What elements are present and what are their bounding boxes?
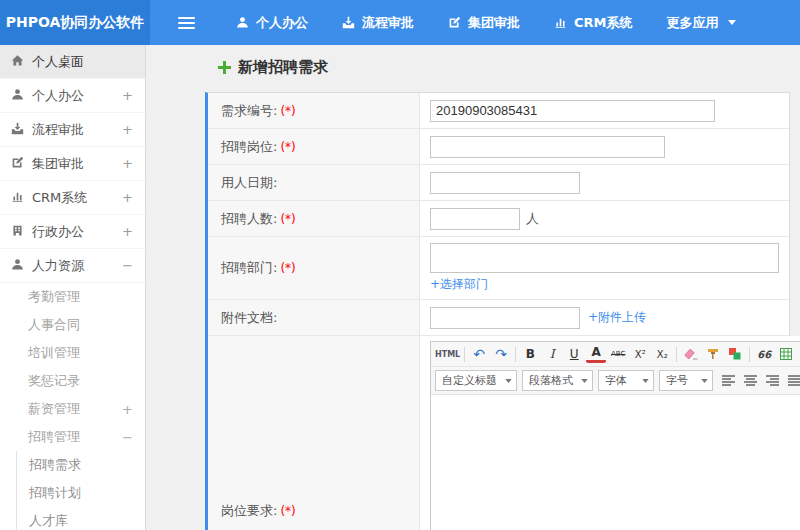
sidebar-subitem-label: 薪资管理 — [28, 400, 80, 418]
bar-chart-icon — [554, 16, 567, 29]
collapse-toggle[interactable]: − — [122, 258, 133, 273]
superscript-button[interactable]: X² — [630, 344, 650, 364]
italic-button[interactable]: I — [542, 344, 562, 364]
insert-table-button[interactable] — [776, 344, 796, 364]
custom-heading-dropdown[interactable]: 自定义标题 — [435, 370, 517, 391]
nav-label: 流程审批 — [362, 14, 414, 32]
expand-toggle[interactable]: + — [122, 402, 133, 417]
nav-more-apps[interactable]: 更多应用 — [650, 0, 753, 45]
headcount-input[interactable] — [430, 208, 520, 230]
align-justify-button[interactable] — [784, 371, 800, 391]
home-icon — [11, 54, 24, 70]
blockquote-button[interactable]: 66 — [754, 344, 774, 364]
redo-button[interactable]: ↷ — [491, 344, 511, 364]
bar-chart-icon — [11, 190, 24, 206]
topbar: PHPOA协同办公软件 个人办公 流程审批 集团审批 CRM系统 更多应用 — [0, 0, 800, 45]
required-mark: (*) — [280, 212, 295, 226]
sidebar-subitem-rewards[interactable]: 奖惩记录 — [0, 367, 145, 395]
underline-button[interactable]: U — [564, 344, 584, 364]
sidebar-item-human-resources[interactable]: 人力资源 − — [0, 249, 145, 283]
sidebar: 个人桌面 个人办公 + 流程审批 + 集团审批 + CRM系统 + 行政办公 + — [0, 45, 146, 530]
nav-crm-system[interactable]: CRM系统 — [537, 0, 650, 45]
sidebar-item-process-approval[interactable]: 流程审批 + — [0, 113, 145, 147]
form-row-headcount: 招聘人数: (*) 人 — [208, 201, 789, 237]
demand-no-input[interactable] — [430, 100, 715, 122]
collapse-toggle[interactable]: − — [122, 430, 133, 445]
sidebar-subitem-talent-pool[interactable]: 人才库 — [17, 507, 145, 530]
sidebar-subitem-recruit-demand[interactable]: 招聘需求 — [17, 451, 145, 479]
required-mark: (*) — [280, 261, 295, 275]
form-row-hire-date: 用人日期: — [208, 165, 789, 201]
toolbar-separator — [515, 347, 516, 362]
select-department-link[interactable]: +选择部门 — [430, 276, 488, 293]
sidebar-item-label: 集团审批 — [32, 155, 84, 173]
align-center-button[interactable] — [740, 371, 760, 391]
hr-submenu: 考勤管理 人事合同 培训管理 奖惩记录 薪资管理 + 招聘管理 − 招聘需求 — [0, 283, 145, 530]
sidebar-item-crm-system[interactable]: CRM系统 + — [0, 181, 145, 215]
sidebar-subitem-label: 考勤管理 — [28, 288, 80, 306]
editor-content-area[interactable] — [431, 395, 800, 530]
align-right-button[interactable] — [762, 371, 782, 391]
editor-toolbar-row1: HTML ↶ ↷ B I U A ABC X² X₂ — [431, 342, 800, 367]
process-tray-icon — [342, 16, 355, 29]
font-color-button[interactable]: A — [586, 345, 606, 363]
label-text: 附件文档: — [221, 309, 277, 327]
department-textarea[interactable] — [430, 243, 779, 273]
nav-process-approval[interactable]: 流程审批 — [325, 0, 431, 45]
label-text: 岗位要求: — [221, 502, 277, 520]
font-size-dropdown[interactable]: 字号 — [659, 370, 713, 391]
sidebar-subitem-recruitment[interactable]: 招聘管理 − — [0, 423, 145, 451]
sidebar-item-admin-office[interactable]: 行政办公 + — [0, 215, 145, 249]
nav-group-approval[interactable]: 集团审批 — [431, 0, 537, 45]
dropdown-label: 自定义标题 — [442, 373, 497, 388]
align-left-button[interactable] — [718, 371, 738, 391]
format-painter-button[interactable] — [703, 344, 723, 364]
sidebar-subitem-attendance[interactable]: 考勤管理 — [0, 283, 145, 311]
remove-format-eraser-button[interactable] — [681, 344, 701, 364]
expand-toggle[interactable]: + — [122, 88, 133, 103]
app-logo[interactable]: PHPOA协同办公软件 — [0, 0, 150, 45]
chevron-down-icon — [505, 379, 512, 383]
sidebar-subitem-salary[interactable]: 薪资管理 + — [0, 395, 145, 423]
sidebar-item-label: 行政办公 — [32, 223, 84, 241]
menu-toggle-icon[interactable] — [150, 0, 219, 45]
sidebar-item-personal-office[interactable]: 个人办公 + — [0, 79, 145, 113]
attachment-input[interactable] — [430, 307, 580, 329]
expand-toggle[interactable]: + — [122, 190, 133, 205]
position-input[interactable] — [430, 136, 665, 158]
label-text: 招聘部门: — [221, 259, 277, 277]
form-row-position: 招聘岗位: (*) — [208, 129, 789, 165]
form-row-requirements: 岗位要求: (*) HTML ↶ ↷ B I U — [208, 336, 789, 530]
expand-toggle[interactable]: + — [122, 122, 133, 137]
field-label: 需求编号: (*) — [208, 93, 420, 128]
form-row-attachment: 附件文档: +附件上传 — [208, 300, 789, 336]
chevron-down-icon — [701, 379, 708, 383]
sidebar-subitem-personnel-contract[interactable]: 人事合同 — [0, 311, 145, 339]
hire-date-input[interactable] — [430, 172, 580, 194]
label-text: 招聘人数: — [221, 210, 277, 228]
field-label: 招聘部门: (*) — [208, 237, 420, 299]
expand-toggle[interactable]: + — [122, 156, 133, 171]
sidebar-item-group-approval[interactable]: 集团审批 + — [0, 147, 145, 181]
sidebar-item-personal-desktop[interactable]: 个人桌面 — [0, 45, 145, 79]
person-icon — [11, 88, 24, 104]
attachment-upload-link[interactable]: +附件上传 — [588, 309, 646, 326]
strikethrough-button[interactable]: ABC — [608, 344, 628, 364]
undo-button[interactable]: ↶ — [469, 344, 489, 364]
nav-personal-office[interactable]: 个人办公 — [219, 0, 325, 45]
paragraph-format-dropdown[interactable]: 段落格式 — [522, 370, 593, 391]
headcount-unit-label: 人 — [526, 210, 539, 228]
expand-toggle[interactable]: + — [122, 224, 133, 239]
html-source-button[interactable]: HTML — [435, 344, 460, 364]
person-icon — [11, 258, 24, 274]
form-row-demand-no: 需求编号: (*) — [208, 93, 789, 129]
field-label: 岗位要求: (*) — [208, 336, 420, 530]
edit-square-icon — [11, 156, 24, 172]
bold-button[interactable]: B — [520, 344, 540, 364]
sidebar-item-label: 人力资源 — [32, 257, 84, 275]
subscript-button[interactable]: X₂ — [652, 344, 672, 364]
color-palette-button[interactable] — [725, 344, 745, 364]
sidebar-subitem-training[interactable]: 培训管理 — [0, 339, 145, 367]
font-family-dropdown[interactable]: 字体 — [598, 370, 654, 391]
sidebar-subitem-recruit-plan[interactable]: 招聘计划 — [17, 479, 145, 507]
